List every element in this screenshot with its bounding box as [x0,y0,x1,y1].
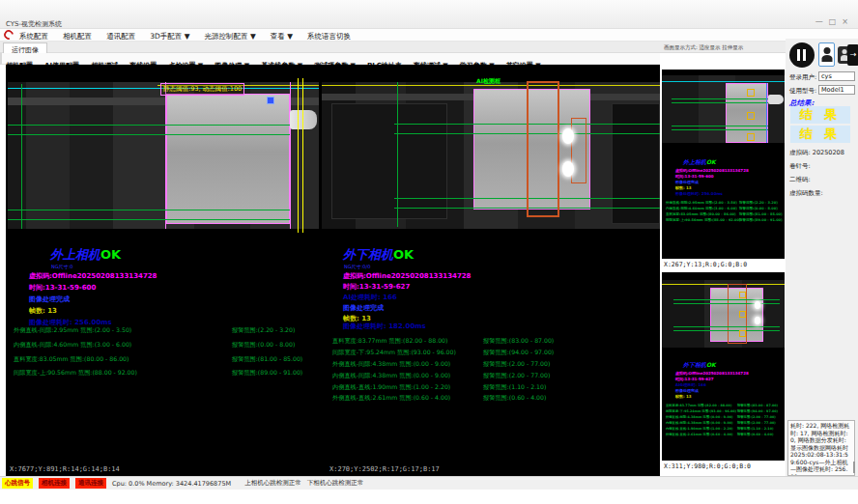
overlay-green-vline [397,82,398,227]
person-icon [821,55,832,62]
mini-frames: 帧数: 13 [675,185,692,190]
minimize-button[interactable]: — [815,17,829,26]
camera-view-upper-outer[interactable]: 静态阈值:93, 动态阈值:100 外上相机OK NG尺寸:0 虚拟码:Offl… [8,65,319,476]
pause-icon [803,49,806,61]
upper-camera-status: 上相机心跳检测正常 [244,479,301,488]
app-logo-icon [2,28,15,42]
log-scrollbar[interactable] [853,462,855,473]
machine-structure-2 [612,103,660,224]
result-ng-info: NG尺寸:0/0 [344,264,370,269]
pause-button[interactable] [789,42,815,68]
mini-green-line-4 [672,129,768,130]
alarm-range-text: 报警范围:(2.00 - 77.00) [483,360,550,369]
operator-mode-button[interactable] [818,42,835,67]
mini-elapsed: 图像处理耗时: 256.00ms [675,191,723,196]
login-user-input[interactable] [818,71,855,81]
menu-light-config[interactable]: 光源控制配置 ▼ [205,32,256,42]
glare-spot-2 [562,161,574,177]
mini-glare-2 [755,317,760,324]
measure-line-3 [8,210,290,210]
overlay-yellow-vline-1 [298,78,299,233]
menu-bar: 系统配置 相机配置 通讯配置 3D手配置 ▼ 光源控制配置 ▼ 查看 ▼ 系统语… [0,29,858,42]
model-input[interactable] [818,85,855,95]
menu-view[interactable]: 查看 ▼ [271,32,293,42]
mini-barcode: 虚拟码:Offline20250208133134728 [675,371,749,376]
login-user-label: 登录用户: [789,73,816,82]
mini-barcode: 虚拟码:Offline20250208133134728 [675,168,749,173]
result-camera-name: 外下相机OK [343,246,414,264]
mini-green-line-1 [672,98,768,99]
mini-meas: 内侧直线-间隙:4.60mm 范围:(3.00 - 6.00) [666,207,737,210]
alarm-range-text: 报警范围:(89.00 - 91.00) [232,369,302,378]
camera-connection-badge: 相机连接 [39,478,70,489]
menu-3d-config[interactable]: 3D手配置 ▼ [150,32,189,42]
measurement-text: 外侧直线-间隙:2.95mm 范围:(2.00 - 3.50) [14,326,131,335]
mini-alarm: 报警范围:(1.10 - 2.10) [737,427,773,431]
product-region-left [166,94,290,224]
virtual-code-label: 虚拟码: 20250208 [789,149,844,157]
menu-camera-config[interactable]: 相机配置 [63,32,92,42]
mini-time: 时间:13-31-59-600 [675,174,714,179]
menu-comm-config[interactable]: 通讯配置 [106,32,135,42]
right-sidebar: → 登录用户: 使用型号: 总结果: 结 果 结 果 虚拟码: 20250208… [786,39,858,476]
mini-glare-1 [755,301,760,309]
preview-view-lower[interactable]: 外下相机OK 虚拟码:Offline20250208133134728 时间:1… [662,272,785,461]
measurement-text: 间隙宽度-上:90.56mm 范围:(88.00 - 92.00) [14,369,137,378]
result-box-upper: 结 果 [790,106,850,124]
alarm-range-text: 报警范围:(83.00 - 87.00) [483,337,554,346]
exit-button[interactable]: → [847,44,858,66]
overlay-green-vline [21,84,22,229]
log-text-area[interactable]: 耗时: 222, 网络检测耗时: 17, 网络检测耗时: 0, 网络数据分发耗时… [787,420,855,476]
mini-yellow-box-2 [739,311,746,318]
measurement-text: 外侧直线-间隙:4.38mm 范围:(0.00 - 9.00) [332,360,450,369]
mini-gripper-blob [768,95,784,104]
mini-done: 图像处理完成 [675,180,699,184]
mini-ai-elapsed: AI处理耗时: 166 [675,382,706,387]
result-ng-info: NG尺寸:0 [51,264,72,269]
mini-cyan-hline [662,81,785,82]
mini-result-title: 外下相机OK [683,361,716,370]
mini-alarm: 报警范围:(2.00 - 77.00) [737,421,776,425]
person-icon [842,49,846,54]
mini-alarm: 报警范围:(2.00 - 77.00) [737,415,776,419]
mini-camera-name: 外上相机 [683,158,706,165]
ai-box-label: AI检测框 [476,77,500,86]
comm-connection-badge: 通讯连接 [75,478,106,489]
alarm-range-text: 报警范围:(1.10 - 2.10) [483,383,546,392]
exit-arrow-icon: → [850,50,857,59]
tab-run-image[interactable]: 运行图像 [3,42,47,53]
menu-system-config[interactable]: 系统配置 [19,32,48,42]
menu-language-switch[interactable]: 系统语言切换 [307,32,351,42]
camera-name-text: 外下相机 [343,247,393,262]
title-bar: CYS-视觉检测系统 —□× [0,0,858,29]
preview-view-upper[interactable]: 外上相机OK 虚拟码:Offline20250208133134728 时间:1… [662,70,785,259]
mini-yellow-box-1 [739,292,746,298]
mini-yellow-hline [662,284,785,285]
mini-alarm: 报警范围:(0.00 - 8.00) [739,207,778,210]
overlay-yellow-vline-2 [302,78,303,233]
alarm-range-text: 报警范围:(0.60 - 4.00) [483,394,546,403]
mini-meas: 间隙宽度-下:95.24mm 范围:(93.00 - 96.00) [666,409,736,413]
alarm-range-text: 报警范围:(2.00 - 77.00) [483,372,550,380]
mini-green-line-4 [673,330,780,331]
close-button[interactable]: × [842,17,854,26]
measurement-text: 间隙宽度-下:95.24mm 范围:(93.00 - 96.00) [332,349,456,357]
camera-view-lower-outer[interactable]: AI检测框 外下相机OK NG尺寸:0/0 虚拟码:Offline2025020… [322,65,660,476]
mini-green-line-3 [672,126,768,126]
mini-blue-vline [766,83,767,143]
blue-marker-icon [267,97,274,104]
measurement-row: 直料宽度:83.05mm 范围:(80.00 - 86.00) 报警范围:(81… [8,355,319,365]
maximize-button[interactable]: □ [829,17,843,26]
result-time: 时间:13-31-59-627 [343,282,410,292]
mini-meas: 直料宽度:83.77mm 范围:(82.00 - 88.00) [666,404,731,407]
model-label: 使用型号: [789,87,816,96]
mini-meas: 外侧直线-间隙:4.38mm 范围:(0.00 - 9.00) [666,415,732,419]
result-barcode: 虚拟码:Offline20250208133134728 [343,271,472,281]
measurement-row: 间隙宽度-下:95.24mm 范围:(93.00 - 96.00) 报警范围:(… [322,349,660,358]
mini-time: 时间:13-31-59-627 [675,377,714,381]
measure-line-2 [8,134,290,135]
pixel-coordinates-middle: X:270;Y:2502;R:17;G:17;B:17 [329,465,440,473]
mini-yellow-box-3 [739,330,746,337]
mini-frames: 帧数: 13 [675,394,692,399]
mini-ok: OK [706,361,716,368]
